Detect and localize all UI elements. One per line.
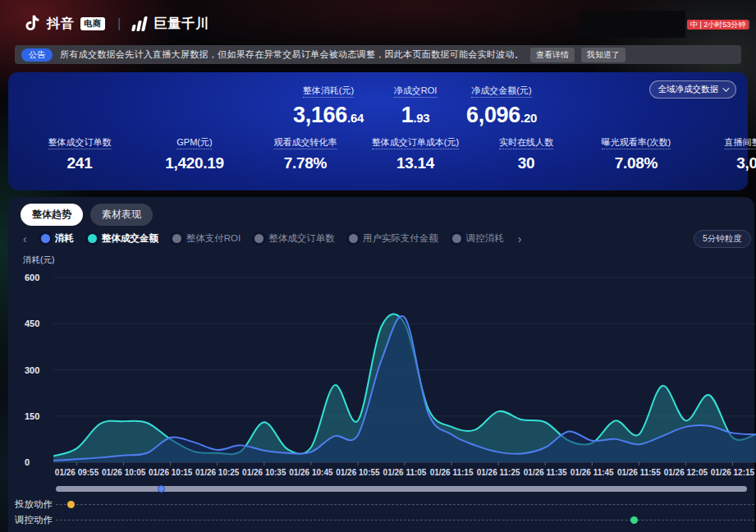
metric-label-wrap: 曝光观看率(次数) [602, 134, 671, 149]
primary-metric: 整体消耗(元)3,166.64 [293, 82, 364, 128]
got-it-button[interactable]: 我知道了 [581, 48, 625, 62]
trend-chart-plot[interactable] [53, 271, 756, 468]
metric-label-wrap: 观看成交转化率 [274, 134, 337, 149]
notice-badge: 公告 [21, 48, 53, 62]
legend-dot-icon [452, 234, 461, 243]
metric-label-wrap: 直播间整体 [725, 134, 756, 149]
legend-item-label: 整体成交金额 [102, 232, 158, 245]
chart-range-scrollbar[interactable] [56, 486, 747, 492]
legend-scroll-right-icon[interactable]: › [518, 233, 522, 245]
legend-item-整体支付ROI[interactable]: 整体支付ROI [172, 232, 241, 245]
redacted-account-block [579, 11, 685, 38]
legend-scroll-left-icon[interactable]: ‹ [23, 233, 27, 245]
legend-dot-icon [88, 234, 97, 243]
metric-value-int: 1 [401, 103, 414, 127]
y-tick-label: 150 [25, 411, 39, 421]
action-event-dot[interactable] [630, 516, 638, 524]
trend-tabs: 整体趋势 素材表现 [21, 204, 153, 226]
metric-label[interactable]: 直播间整体 [725, 137, 756, 149]
legend-item-整体成交金额[interactable]: 整体成交金额 [88, 232, 158, 245]
metric-value: 30 [499, 154, 553, 172]
y-axis-tick-labels: 0150300450600 [25, 271, 49, 462]
metric-value-int: 6,096 [466, 103, 520, 127]
metric-value: 7.78% [274, 154, 337, 172]
metric-value-int: 3,166 [293, 103, 347, 127]
trend-panel: 整体趋势 素材表现 ‹ 消耗整体成交金额整体支付ROI整体成交订单数用户实际支付… [8, 197, 754, 532]
delivery-actions-row: 投放动作 [8, 498, 754, 511]
metric-label[interactable]: 净成交金额(元) [471, 85, 531, 98]
douyin-note-icon [23, 14, 41, 34]
secondary-metric: 直播间整体3,0 [725, 134, 756, 172]
scope-selector-label: 全域净成交数据 [658, 84, 719, 95]
primary-metric: 净成交ROI1.93 [394, 82, 438, 128]
metric-label[interactable]: 整体成交订单成本(元) [372, 137, 459, 149]
metric-value: 3,166.64 [293, 103, 364, 128]
action-event-dot[interactable] [67, 501, 75, 508]
control-actions-timeline [56, 520, 756, 521]
metric-label-wrap: 整体消耗(元) [293, 82, 364, 97]
y-tick-label: 300 [25, 365, 39, 375]
legend-dot-icon [41, 234, 50, 243]
brand-douyin-label: 抖音 [47, 16, 75, 33]
metric-label[interactable]: 整体成交订单数 [48, 137, 112, 149]
legend-item-label: 调控消耗 [466, 232, 504, 245]
metric-value: 6,096.20 [466, 103, 537, 128]
control-actions-row: 调控动作 [8, 513, 754, 526]
legend-items: 消耗整体成交金额整体支付ROI整体成交订单数用户实际支付金额调控消耗 [41, 232, 504, 245]
y-tick-label: 0 [25, 457, 30, 467]
legend-item-label: 整体成交订单数 [268, 232, 335, 245]
legend-item-消耗[interactable]: 消耗 [41, 232, 74, 245]
y-tick-label: 600 [25, 273, 39, 282]
legend-item-label: 消耗 [55, 232, 74, 245]
delivery-actions-timeline [56, 504, 756, 505]
chevron-down-icon [722, 85, 729, 91]
metric-value: 3,0 [725, 154, 756, 172]
x-tick-label: 01/26 12:15 [703, 468, 756, 477]
legend-item-整体成交订单数[interactable]: 整体成交订单数 [254, 232, 335, 245]
ec-badge: 电商 [80, 17, 105, 30]
notice-bar: 公告 所有成交数据会先计入直播大屏数据，但如果存在异常交易订单会被动态调整，因此… [15, 45, 741, 64]
secondary-metric: GPM(元)1,420.19 [165, 134, 224, 172]
notice-text: 所有成交数据会先计入直播大屏数据，但如果存在异常交易订单会被动态调整，因此本页面… [60, 48, 524, 61]
metric-label-wrap: GPM(元) [165, 134, 224, 149]
legend-item-调控消耗[interactable]: 调控消耗 [452, 232, 504, 245]
metric-label-wrap: 净成交金额(元) [466, 82, 537, 97]
legend-dot-icon [172, 234, 181, 243]
scrollbar-handle[interactable] [158, 485, 165, 493]
metric-value-dec: .20 [520, 111, 537, 125]
trend-chart-svg [53, 271, 756, 468]
y-axis-title: 消耗(元) [23, 255, 55, 266]
metric-label[interactable]: GPM(元) [176, 137, 212, 149]
metric-value: 1.93 [394, 103, 438, 128]
x-axis-tick-labels: 01/26 09:5501/26 10:0501/26 10:1501/26 1… [53, 468, 756, 479]
metric-label[interactable]: 整体消耗(元) [303, 85, 354, 98]
metric-value: 1,420.19 [165, 154, 224, 172]
top-header: 抖音 电商 | 巨量千川 中 | 2小时53分钟 | [0, 0, 756, 41]
header-edge-separator: | [748, 20, 750, 29]
metric-value: 13.14 [372, 154, 459, 172]
secondary-metric: 观看成交转化率7.78% [274, 134, 337, 172]
tab-material-performance[interactable]: 素材表现 [90, 204, 153, 226]
primary-metric: 净成交金额(元)6,096.20 [466, 82, 537, 128]
metrics-panel: 全域净成交数据 整体消耗(元)3,166.64净成交ROI1.93净成交金额(元… [8, 72, 748, 190]
secondary-metric: 整体成交订单数241 [48, 134, 112, 172]
delivery-actions-label: 投放动作 [15, 498, 53, 511]
secondary-metric: 整体成交订单成本(元)13.14 [372, 134, 459, 172]
tab-overall-trend[interactable]: 整体趋势 [21, 204, 83, 226]
metric-label[interactable]: 曝光观看率(次数) [602, 137, 671, 149]
metric-label[interactable]: 观看成交转化率 [274, 137, 337, 149]
chart-legend: ‹ 消耗整体成交金额整体支付ROI整体成交订单数用户实际支付金额调控消耗 › [23, 232, 521, 245]
metric-label[interactable]: 实时在线人数 [499, 137, 553, 149]
view-details-button[interactable]: 查看详情 [530, 48, 575, 62]
brand-divider: | [117, 16, 121, 31]
legend-item-用户实际支付金额[interactable]: 用户实际支付金额 [349, 232, 438, 245]
metric-value: 7.08% [602, 154, 671, 172]
legend-dot-icon [349, 234, 358, 243]
dashboard-page: { "header": { "brand_douyin": "抖音", "bra… [0, 0, 756, 532]
scope-selector-dropdown[interactable]: 全域净成交数据 [649, 80, 737, 99]
qianchuan-bars-icon [131, 16, 148, 31]
secondary-metric: 曝光观看率(次数)7.08% [602, 134, 671, 172]
metric-value-dec: .64 [347, 111, 364, 125]
metric-label[interactable]: 净成交ROI [394, 85, 438, 98]
granularity-selector[interactable]: 5分钟粒度 [694, 230, 751, 248]
